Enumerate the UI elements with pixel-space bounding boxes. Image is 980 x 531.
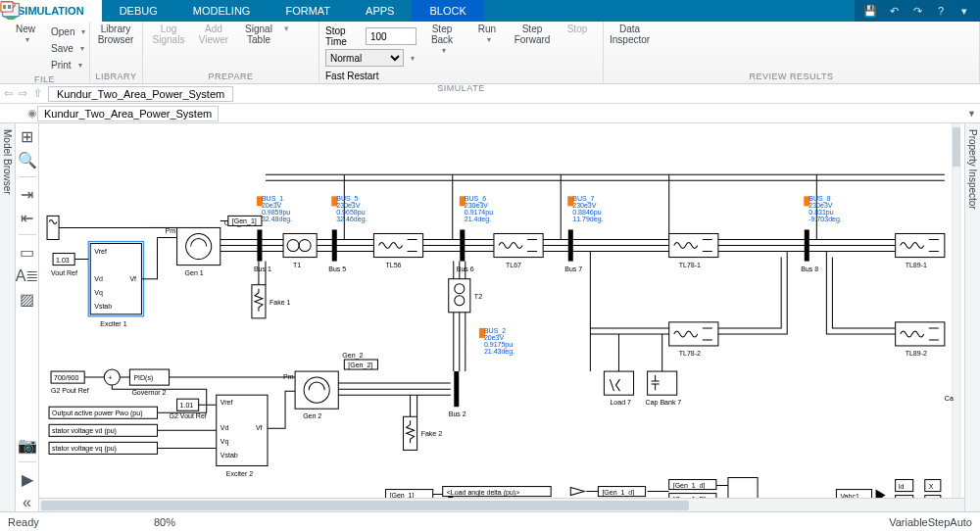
fast-restart-label[interactable]: Fast Restart [325, 71, 378, 81]
svg-text:[Gen_2]: [Gen_2] [348, 362, 372, 369]
tab-format[interactable]: FORMAT [268, 0, 348, 22]
group-file: FILE [0, 74, 89, 86]
add-viewer-button[interactable]: + Add Viewer [194, 24, 233, 45]
arrow-in-icon[interactable]: ⇥ [19, 185, 36, 203]
tl89-1-block[interactable]: TL89-1 [896, 233, 945, 267]
svg-text:1.03: 1.03 [56, 257, 70, 264]
svg-text:Vq: Vq [220, 438, 229, 446]
print-button[interactable]: Print▾ [51, 57, 85, 72]
tl56-block[interactable]: TL56 [373, 233, 422, 267]
capbank7-block[interactable]: Cap Bank 7 [646, 371, 682, 407]
svg-text:21.43deg.: 21.43deg. [484, 348, 514, 356]
svg-text:T2: T2 [474, 293, 482, 300]
data-inspector-button[interactable]: Data Inspector [610, 24, 650, 45]
svg-text:20e3V: 20e3V [262, 202, 282, 209]
svg-text:20e3V: 20e3V [484, 334, 505, 341]
svg-text:Output active power  Pwo (pu): Output active power Pwo (pu) [52, 410, 142, 417]
svg-text:[Gen_1_d]: [Gen_1_d] [673, 482, 706, 490]
scroll-end-icon[interactable]: « [19, 494, 36, 511]
tl89-2-block[interactable]: TL89-2 [896, 322, 945, 357]
svg-text:Vq: Vq [94, 289, 103, 297]
svg-text:230e3V: 230e3V [808, 202, 833, 209]
tab-apps[interactable]: APPS [348, 0, 412, 22]
t1-block[interactable]: T1 [283, 233, 317, 267]
load7-block[interactable]: Load 7 [604, 371, 633, 406]
svg-text:Gen 2: Gen 2 [303, 412, 321, 419]
image-icon[interactable]: ▨ [19, 290, 36, 308]
model-tab[interactable]: Kundur_Two_Area_Power_System [48, 86, 233, 102]
tl67-block[interactable]: TL67 [494, 233, 543, 267]
svg-text:TL67: TL67 [506, 262, 521, 268]
svg-text:<Load angle  delta  (pu)>: <Load angle delta (pu)> [447, 489, 520, 497]
svg-rect-80 [604, 371, 633, 395]
step-back-button[interactable]: Step Back▾ [422, 24, 462, 55]
gen2-block[interactable]: Gen 2 Pm [283, 371, 338, 419]
tab-debug[interactable]: DEBUG [102, 0, 175, 22]
t2-block[interactable]: T2 [449, 279, 482, 313]
nav-back-icon[interactable]: ⇦ [4, 87, 13, 100]
svg-text:TL78-2: TL78-2 [679, 350, 701, 357]
open-button[interactable]: Open▾ [51, 24, 85, 39]
bus-8: BUS_8 230e3V 0.831pu -9.703deg. Bus 8 [801, 195, 842, 271]
nav-fwd-icon[interactable]: ⇨ [19, 87, 27, 100]
tab-block[interactable]: BLOCK [412, 0, 483, 22]
run-button[interactable]: Run▾ [467, 24, 507, 44]
fake1-block[interactable]: Fake 1 [252, 285, 291, 318]
text-icon[interactable]: A≣ [19, 266, 36, 284]
tl78-2-block[interactable]: TL78-2 [669, 322, 718, 357]
group-simulate: SIMULATE [319, 83, 603, 95]
save-button[interactable]: Save▾ [51, 40, 85, 56]
chevron-down-icon[interactable]: ▾ [956, 3, 972, 19]
zoom-in-icon[interactable]: 🔍 [19, 151, 36, 169]
path-dropdown-icon[interactable]: ▼ [967, 109, 976, 119]
property-inspector-tab[interactable]: Property Inspector [964, 123, 980, 511]
svg-text:230e3V: 230e3V [572, 202, 597, 209]
ribbon: New▾ Open▾ Save▾ Print▾ FILE Library Bro… [0, 22, 980, 84]
help-icon[interactable]: ? [933, 3, 949, 19]
tree-toggle-icon[interactable]: ◉ [27, 107, 37, 120]
model-browser-tab[interactable]: Model Browser [0, 123, 16, 511]
stoptime-input[interactable] [366, 27, 416, 45]
quick-access-toolbar: 💾 ↶ ↷ ? ▾ [855, 0, 980, 22]
annotation-bar-icon[interactable]: ▭ [19, 243, 36, 261]
tab-modeling[interactable]: MODELING [175, 0, 269, 22]
exciter1-block[interactable]: Vref Vf Vd Vq Vstab Exciter 1 [88, 242, 143, 327]
fake2-block[interactable]: Fake 2 [404, 416, 443, 450]
tl78-1-block[interactable]: TL78-1 [669, 233, 718, 267]
library-browser-button[interactable]: Library Browser [96, 24, 135, 45]
group-prepare: PREPARE [143, 72, 318, 83]
gen1-block[interactable]: Gen 1 Pm [166, 227, 220, 275]
svg-text:Gen 1: Gen 1 [185, 269, 204, 276]
simulation-mode-select[interactable]: Normal [325, 49, 404, 67]
arrow-out-icon[interactable]: ⇤ [19, 209, 36, 226]
svg-text:Vstab: Vstab [94, 303, 112, 310]
svg-text:1.01: 1.01 [180, 402, 194, 409]
svg-text:G2 Pout Ref: G2 Pout Ref [51, 387, 89, 394]
path-root[interactable]: Kundur_Two_Area_Power_System [37, 106, 219, 121]
canvas[interactable]: BUS_1 20e3V 0.9859pu 32.48deg. Bus 1 BUS… [39, 123, 964, 511]
scrollbar-x[interactable] [39, 498, 964, 511]
status-solver[interactable]: VariableStepAuto [889, 516, 972, 528]
snapshot-icon[interactable]: 📷 [19, 436, 36, 454]
nav-up-icon[interactable]: ⇧ [33, 87, 42, 100]
svg-text:Vref: Vref [220, 399, 233, 406]
status-bar: Ready 80% VariableStepAuto [0, 511, 980, 531]
svg-text:[Gen_1_d]: [Gen_1_d] [602, 489, 634, 497]
step-forward-button[interactable]: Step Forward [513, 24, 552, 45]
svg-text:Exciter 2: Exciter 2 [226, 470, 253, 477]
log-signals-button[interactable]: Log Signals [149, 24, 188, 45]
save-icon[interactable]: 💾 [862, 3, 878, 19]
record-icon[interactable]: ▶ [19, 470, 36, 488]
new-label: New [16, 24, 35, 34]
stop-button[interactable]: Stop [558, 24, 597, 34]
svg-text:Vd: Vd [220, 424, 229, 431]
undo-icon[interactable]: ↶ [886, 3, 902, 19]
scroll-thumb-x[interactable] [41, 501, 689, 510]
redo-icon[interactable]: ↷ [909, 3, 925, 19]
exciter2-block[interactable]: Vref Vf Vd Vq Vstab Exciter 2 [217, 395, 268, 476]
zoom-fit-icon[interactable]: ⊞ [19, 127, 36, 145]
status-zoom[interactable]: 80% [125, 516, 204, 528]
new-button[interactable]: New▾ [6, 24, 45, 44]
svg-text:Vref: Vref [94, 248, 107, 255]
signal-table-button[interactable]: Signal Table [239, 24, 278, 45]
